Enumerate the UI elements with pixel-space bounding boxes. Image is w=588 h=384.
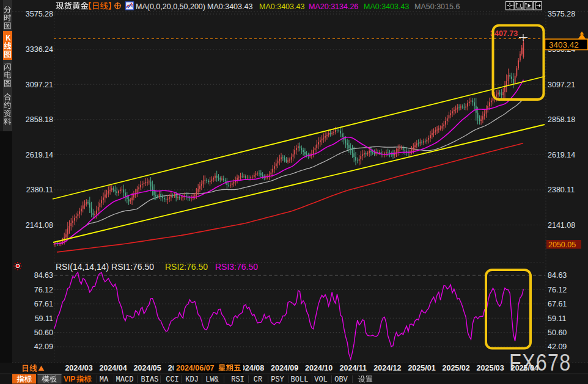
- svg-text:2141.08: 2141.08: [26, 221, 53, 230]
- svg-text:84.63: 84.63: [34, 271, 53, 280]
- svg-text:59.11: 59.11: [35, 314, 53, 323]
- svg-text:2024/12: 2024/12: [373, 364, 401, 372]
- svg-text:RSI2:76.50: RSI2:76.50: [165, 262, 208, 272]
- svg-text:3575.28: 3575.28: [26, 10, 53, 18]
- svg-text:LW&: LW&: [205, 375, 219, 384]
- svg-text:2141.08: 2141.08: [548, 221, 575, 230]
- svg-text:CCI: CCI: [166, 375, 179, 384]
- svg-text:MA(0,0,20,0,50,200): MA(0,0,20,0,50,200): [136, 2, 205, 11]
- svg-text:2858.18: 2858.18: [548, 115, 575, 124]
- svg-text:MA0:3403.43: MA0:3403.43: [364, 2, 409, 11]
- svg-text:2024/11: 2024/11: [340, 364, 367, 372]
- svg-text:2025/01: 2025/01: [408, 364, 435, 372]
- svg-text:84.63: 84.63: [548, 271, 567, 280]
- svg-text:3403.42: 3403.42: [549, 40, 579, 49]
- svg-text:67.61: 67.61: [34, 300, 53, 308]
- svg-text:RSI(14,14,14) RSI1:76.50: RSI(14,14,14) RSI1:76.50: [56, 262, 154, 272]
- svg-text:2619.14: 2619.14: [26, 151, 53, 159]
- svg-text:OBV: OBV: [334, 375, 348, 384]
- svg-text:42.09: 42.09: [548, 342, 567, 351]
- svg-text:3097.21: 3097.21: [548, 81, 575, 89]
- svg-text:2024/09: 2024/09: [271, 364, 298, 372]
- svg-text:MA0:3403.43: MA0:3403.43: [259, 2, 304, 11]
- svg-text:2050.05: 2050.05: [548, 241, 576, 249]
- svg-text:2380.11: 2380.11: [26, 186, 53, 194]
- svg-text:3407.73: 3407.73: [490, 29, 518, 38]
- svg-text:2025/02: 2025/02: [443, 364, 470, 372]
- svg-text:42.09: 42.09: [34, 342, 53, 351]
- svg-text:2024/05: 2024/05: [134, 364, 161, 372]
- svg-text:CR: CR: [254, 375, 262, 384]
- svg-text:KDJ: KDJ: [185, 375, 199, 384]
- svg-text:RSI: RSI: [231, 375, 244, 384]
- svg-text:2380.11: 2380.11: [548, 186, 575, 194]
- svg-text:MA: MA: [100, 375, 109, 384]
- svg-text:3336.24: 3336.24: [26, 45, 53, 54]
- svg-text:MACD: MACD: [116, 375, 134, 384]
- svg-text:PSY: PSY: [271, 375, 284, 384]
- svg-text:2024/04: 2024/04: [100, 364, 127, 372]
- svg-text:76.12: 76.12: [548, 286, 567, 294]
- svg-text:2025/03: 2025/03: [477, 364, 504, 372]
- svg-text:2024/06/07: 2024/06/07: [176, 364, 215, 372]
- svg-text:50.60: 50.60: [34, 328, 53, 337]
- svg-text:2024/03: 2024/03: [65, 364, 92, 372]
- svg-text:2619.14: 2619.14: [548, 151, 575, 159]
- svg-text:67.61: 67.61: [548, 300, 567, 308]
- svg-text:RSI3:76.50: RSI3:76.50: [215, 262, 258, 272]
- svg-text:MA50:3015.6: MA50:3015.6: [414, 2, 460, 11]
- svg-text:59.11: 59.11: [548, 314, 566, 323]
- svg-text:VIP: VIP: [64, 375, 75, 383]
- svg-text:50.60: 50.60: [548, 328, 567, 337]
- svg-text:3097.21: 3097.21: [26, 81, 53, 89]
- svg-text:BOLL: BOLL: [291, 375, 309, 384]
- svg-text:MA0:3403.43: MA0:3403.43: [207, 2, 252, 11]
- svg-text:VOL: VOL: [314, 375, 328, 384]
- svg-text:3575.28: 3575.28: [548, 10, 575, 18]
- svg-text:2024/10: 2024/10: [305, 364, 333, 372]
- svg-text:2858.18: 2858.18: [26, 115, 53, 124]
- svg-text:BIAS: BIAS: [141, 375, 159, 384]
- svg-text:76.12: 76.12: [34, 286, 53, 294]
- svg-text:MA20:3134.26: MA20:3134.26: [309, 2, 358, 11]
- svg-text:2025/04: 2025/04: [511, 364, 538, 372]
